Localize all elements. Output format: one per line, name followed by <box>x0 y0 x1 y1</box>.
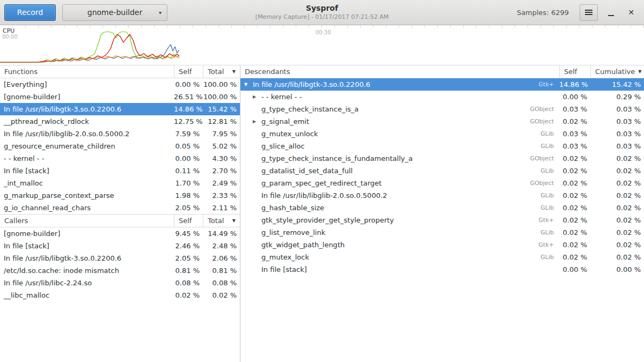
total-percent: 100.00 % <box>203 80 240 88</box>
table-row[interactable]: In file /usr/lib/libgtk-3.so.0.2200.614.… <box>0 103 240 115</box>
function-name: g_mutex_unlock <box>261 130 318 138</box>
total-percent: 2.70 % <box>203 167 240 175</box>
expander-closed-icon[interactable]: ▶ <box>253 94 261 99</box>
self-percent: 0.02 % <box>559 179 590 187</box>
tree-row[interactable]: g_type_check_instance_is_fundamentally_a… <box>240 152 644 165</box>
tree-row[interactable]: g_datalist_id_set_data_fullGLib0.02 %0.0… <box>240 165 644 177</box>
table-row[interactable]: __libc_malloc0.02 %0.02 % <box>0 289 240 301</box>
table-row[interactable]: g_io_channel_read_chars2.05 %2.11 % <box>0 202 240 214</box>
total-column-header[interactable]: Total ▼ <box>203 215 240 227</box>
function-name: g_type_check_instance_is_fundamentally_a <box>261 154 413 162</box>
self-percent: 1.98 % <box>174 191 203 200</box>
self-column-header[interactable]: Self <box>174 215 203 227</box>
window-title-box: Sysprof [Memory Capture] - 01/17/2017 07… <box>255 4 389 20</box>
cumulative-percent: 0.03 % <box>590 117 644 125</box>
function-name: g_mutex_lock <box>261 253 309 261</box>
menu-button[interactable] <box>580 4 598 21</box>
tree-row[interactable]: g_list_remove_linkGLib0.02 %0.02 % <box>240 226 644 239</box>
total-percent: 2.11 % <box>203 204 240 212</box>
tree-row[interactable]: ▼In file /usr/lib/libgtk-3.so.0.2200.6Gt… <box>240 78 644 91</box>
window-subtitle: [Memory Capture] - 01/17/2017 07:21:52 A… <box>255 13 389 21</box>
hamburger-icon <box>585 9 592 16</box>
self-percent: 12.75 % <box>174 117 203 125</box>
table-row[interactable]: __pthread_rwlock_rdlock12.75 %12.81 % <box>0 115 240 128</box>
total-percent: 2.06 % <box>203 254 240 262</box>
expander-open-icon[interactable]: ▼ <box>244 82 253 87</box>
self-column-header[interactable]: Self <box>559 65 590 78</box>
tree-row[interactable]: ▶g_signal_emitGObject0.02 %0.03 % <box>240 115 644 128</box>
cumulative-percent: 0.02 % <box>590 216 644 224</box>
tree-row[interactable]: g_type_check_instance_is_aGObject0.03 %0… <box>240 103 644 115</box>
function-name-cell: g_param_spec_get_redirect_targetGObject <box>240 179 559 187</box>
total-column-label: Total <box>208 68 224 76</box>
self-percent: 2.46 % <box>174 242 203 250</box>
tree-row[interactable]: g_mutex_lockGLib0.02 %0.02 % <box>240 251 644 263</box>
total-column-header[interactable]: Total ▼ <box>203 65 240 78</box>
tree-row[interactable]: gtk_style_provider_get_style_propertyGtk… <box>240 214 644 226</box>
table-row[interactable]: - - kernel - -0.00 %4.30 % <box>0 152 240 165</box>
table-row[interactable]: In file [stack]0.11 %2.70 % <box>0 165 240 177</box>
table-row[interactable]: g_resource_enumerate_children0.05 %5.02 … <box>0 140 240 152</box>
total-percent: 14.49 % <box>203 230 240 238</box>
self-percent: 0.05 % <box>174 142 203 150</box>
tree-row[interactable]: In file [stack]0.00 %0.00 % <box>240 263 644 276</box>
function-name-cell: g_type_check_instance_is_fundamentally_a… <box>240 154 559 162</box>
tree-row[interactable]: g_hash_table_sizeGLib0.02 %0.02 % <box>240 202 644 214</box>
sort-indicator-icon: ▼ <box>232 69 236 74</box>
table-row[interactable]: In file /usr/lib/libgtk-3.so.0.2200.62.0… <box>0 252 240 264</box>
callers-column-header[interactable]: Callers <box>0 215 174 227</box>
library-category-label: Gtk+ <box>535 241 559 248</box>
tree-row[interactable]: g_mutex_unlockGLib0.03 %0.03 % <box>240 128 644 140</box>
self-percent: 0.11 % <box>174 167 203 175</box>
library-category-label: Gtk+ <box>535 81 559 88</box>
expander-closed-icon[interactable]: ▶ <box>253 119 261 124</box>
self-percent: 2.05 % <box>174 204 203 212</box>
library-category-label: GLib <box>536 204 559 211</box>
total-percent: 4.30 % <box>203 154 240 162</box>
functions-column-header[interactable]: Functions <box>0 65 174 78</box>
callers-table-body: [gnome-builder]9.45 %14.49 %In file [sta… <box>0 227 240 301</box>
table-row[interactable]: In file /usr/lib/libc-2.24.so0.08 %0.08 … <box>0 277 240 289</box>
total-percent: 5.02 % <box>203 142 240 150</box>
function-name: In file /usr/lib/libc-2.24.so <box>0 279 174 287</box>
table-row[interactable]: g_markup_parse_context_parse1.98 %2.33 % <box>0 189 240 202</box>
total-percent: 2.33 % <box>203 191 240 200</box>
minimize-button[interactable] <box>603 4 618 21</box>
function-name-cell: g_slice_allocGLib <box>240 142 559 150</box>
tree-row[interactable]: ▶- - kernel - -0.00 %0.29 % <box>240 91 644 103</box>
cumulative-percent: 0.02 % <box>590 167 644 175</box>
self-percent: 0.02 % <box>174 291 203 299</box>
tree-row[interactable]: gtk_widget_path_lengthGtk+0.02 %0.02 % <box>240 239 644 251</box>
table-row[interactable]: [Everything]0.00 %100.00 % <box>0 78 240 91</box>
self-percent: 0.03 % <box>559 142 590 150</box>
record-button[interactable]: Record <box>4 4 56 21</box>
self-percent: 0.00 % <box>559 93 590 101</box>
tree-row[interactable]: g_param_spec_get_redirect_targetGObject0… <box>240 177 644 189</box>
function-name-cell: gtk_style_provider_get_style_propertyGtk… <box>240 216 559 224</box>
table-row[interactable]: [gnome-builder]9.45 %14.49 % <box>0 227 240 240</box>
table-row[interactable]: [gnome-builder]26.51 %100.00 % <box>0 91 240 103</box>
self-percent: 14.86 % <box>174 105 203 113</box>
cumulative-column-header[interactable]: Cumulative ▼ <box>590 65 644 78</box>
self-percent: 9.45 % <box>174 230 203 238</box>
close-button[interactable]: ✕ <box>624 4 639 21</box>
table-row[interactable]: In file /usr/lib/libglib-2.0.so.0.5000.2… <box>0 128 240 140</box>
self-percent: 0.03 % <box>559 105 590 113</box>
self-column-header[interactable]: Self <box>174 65 203 78</box>
header-right-controls: Samples: 6299 ✕ <box>517 4 639 21</box>
cumulative-percent: 0.02 % <box>590 154 644 162</box>
library-category-label: GObject <box>526 118 559 125</box>
tree-row[interactable]: g_slice_allocGLib0.03 %0.03 % <box>240 140 644 152</box>
descendants-column-header[interactable]: Descendants <box>240 65 559 78</box>
library-category-label: GLib <box>536 192 559 199</box>
process-selector-dropdown[interactable]: gnome-builder ▾ <box>62 4 167 21</box>
descendants-header-row: Descendants Self Cumulative ▼ <box>240 65 644 78</box>
tree-row[interactable]: In file /usr/lib/libglib-2.0.so.0.5000.2… <box>240 189 644 202</box>
cpu-timeline[interactable]: CPU 00:00 00:30 <box>0 25 644 65</box>
header-bar: Record gnome-builder ▾ Sysprof [Memory C… <box>0 0 644 25</box>
function-name: gtk_widget_path_length <box>261 241 345 249</box>
table-row[interactable]: /etc/ld.so.cache: inode mismatch0.81 %0.… <box>0 264 240 277</box>
table-row[interactable]: _int_malloc1.70 %2.49 % <box>0 177 240 189</box>
self-percent: 26.51 % <box>174 93 203 101</box>
table-row[interactable]: In file [stack]2.46 %2.48 % <box>0 240 240 252</box>
